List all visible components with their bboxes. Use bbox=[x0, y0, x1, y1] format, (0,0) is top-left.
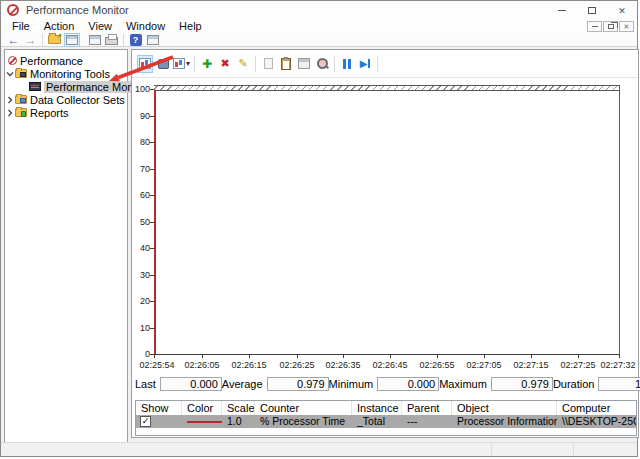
up-arrow-glyph: ↗ bbox=[56, 32, 62, 39]
update-data-button[interactable]: ▶ bbox=[357, 55, 373, 73]
column-object[interactable]: Object bbox=[452, 401, 557, 415]
up-one-level-button[interactable]: ↗ bbox=[47, 33, 62, 47]
current-activity-icon bbox=[139, 58, 151, 69]
export-list-button[interactable] bbox=[87, 33, 102, 47]
printer-icon bbox=[105, 37, 118, 45]
menu-help[interactable]: Help bbox=[172, 20, 209, 33]
menu-file[interactable]: File bbox=[5, 20, 37, 33]
child-restore-icon bbox=[608, 24, 614, 29]
tree-item-reports[interactable]: Reports bbox=[5, 106, 127, 119]
properties-button[interactable] bbox=[296, 55, 312, 73]
tree-item-data-collector-sets[interactable]: Data Collector Sets bbox=[5, 93, 127, 106]
x-tick-label: 02:27:25 bbox=[560, 360, 595, 370]
show-checkbox[interactable]: ✓ bbox=[140, 416, 151, 427]
column-color[interactable]: Color bbox=[182, 401, 222, 415]
delete-counter-button[interactable]: ✖ bbox=[217, 55, 233, 73]
data-collector-sets-icon bbox=[15, 95, 27, 104]
help-button[interactable]: ? bbox=[128, 33, 143, 47]
column-counter[interactable]: Counter bbox=[255, 401, 352, 415]
chevron-right-icon[interactable] bbox=[5, 109, 15, 117]
close-button[interactable]: ✕ bbox=[607, 1, 637, 20]
child-restore-button[interactable] bbox=[603, 21, 618, 32]
title-bar: Performance Monitor ✕ bbox=[1, 1, 637, 20]
back-icon: ← bbox=[8, 34, 20, 46]
folder-up-icon: ↗ bbox=[48, 35, 61, 44]
view-log-data-button[interactable] bbox=[155, 55, 171, 73]
show-console-tree-button[interactable] bbox=[64, 33, 80, 47]
freeze-display-button[interactable] bbox=[339, 55, 355, 73]
column-parent[interactable]: Parent bbox=[402, 401, 452, 415]
column-instance[interactable]: Instance bbox=[352, 401, 402, 415]
y-tick-label: 50 bbox=[132, 217, 150, 227]
color-cell bbox=[182, 415, 222, 428]
x-tick-label: 02:27:05 bbox=[466, 360, 501, 370]
show-action-pane-button[interactable] bbox=[145, 33, 160, 47]
child-minimize-icon bbox=[592, 26, 598, 27]
stat-value: 0.000 bbox=[377, 377, 439, 391]
back-button[interactable]: ← bbox=[6, 33, 21, 47]
y-tick-label: 40 bbox=[132, 243, 150, 253]
show-cell: ✓ bbox=[136, 416, 182, 427]
y-tick-label: 100 bbox=[132, 84, 150, 94]
help-icon: ? bbox=[130, 34, 142, 46]
y-tick-label: 80 bbox=[132, 137, 150, 147]
performance-monitor-app-icon bbox=[7, 4, 19, 16]
chart-top-hatch bbox=[154, 85, 620, 91]
minimize-button[interactable] bbox=[547, 1, 577, 20]
counter-row[interactable]: ✓ 1.0 % Processor Time _Total --- Proces… bbox=[136, 415, 636, 428]
column-computer[interactable]: Computer bbox=[557, 401, 636, 415]
y-tick bbox=[150, 169, 154, 170]
y-tick bbox=[150, 248, 154, 249]
menu-window[interactable]: Window bbox=[119, 20, 172, 33]
maximize-button[interactable] bbox=[577, 1, 607, 20]
menu-view[interactable]: View bbox=[81, 20, 119, 33]
stat-last: Last 0.000 bbox=[135, 377, 222, 391]
paste-counter-list-button[interactable] bbox=[278, 55, 294, 73]
child-close-button[interactable]: ✕ bbox=[619, 21, 634, 32]
tree-item-label: Monitoring Tools bbox=[30, 68, 110, 80]
y-tick-label: 60 bbox=[132, 190, 150, 200]
child-minimize-button[interactable] bbox=[587, 21, 602, 32]
column-scale[interactable]: Scale bbox=[222, 401, 255, 415]
window-title: Performance Monitor bbox=[26, 1, 129, 20]
x-tick bbox=[531, 354, 532, 358]
y-tick bbox=[150, 116, 154, 117]
y-tick bbox=[150, 275, 154, 276]
tree-item-label: Data Collector Sets bbox=[30, 94, 125, 106]
menu-bar: File Action View Window Help ✕ bbox=[1, 20, 637, 33]
chevron-down-icon[interactable] bbox=[5, 70, 15, 78]
performance-root-icon bbox=[8, 56, 17, 65]
stat-value: 0.979 bbox=[267, 377, 329, 391]
x-tick-label: 02:26:35 bbox=[325, 360, 360, 370]
print-button[interactable] bbox=[104, 33, 119, 47]
maximize-icon bbox=[588, 7, 596, 14]
view-current-activity-button[interactable] bbox=[137, 55, 153, 73]
forward-button[interactable]: → bbox=[23, 33, 38, 47]
add-counter-button[interactable]: ✚ bbox=[199, 55, 215, 73]
y-tick bbox=[150, 222, 154, 223]
change-graph-type-button[interactable]: ▾ bbox=[173, 55, 190, 73]
chevron-right-icon[interactable] bbox=[5, 96, 15, 104]
tree-item-monitoring-tools[interactable]: Monitoring Tools bbox=[5, 67, 127, 80]
tree-item-performance-monitor[interactable]: Performance Monitor bbox=[5, 80, 127, 93]
copy-properties-button[interactable] bbox=[260, 55, 276, 73]
delete-icon: ✖ bbox=[220, 58, 229, 69]
y-tick-label: 90 bbox=[132, 111, 150, 121]
add-icon: ✚ bbox=[202, 58, 212, 70]
properties-icon bbox=[298, 58, 310, 69]
zoom-button[interactable] bbox=[314, 55, 330, 73]
highlight-button[interactable]: ✎ bbox=[235, 55, 251, 73]
x-axis-line bbox=[150, 354, 620, 355]
y-tick-label: 0 bbox=[132, 349, 150, 359]
tree-item-label: Reports bbox=[30, 107, 69, 119]
column-show[interactable]: Show bbox=[136, 401, 182, 415]
parent-cell: --- bbox=[402, 415, 452, 428]
minimize-icon bbox=[558, 10, 566, 11]
x-tick-label: 02:25:54 bbox=[139, 360, 174, 370]
log-data-icon bbox=[158, 59, 169, 69]
child-close-icon: ✕ bbox=[624, 23, 630, 30]
status-bar bbox=[1, 442, 637, 456]
tree-item-label: Performance bbox=[20, 55, 83, 67]
tree-item-performance[interactable]: Performance bbox=[5, 54, 127, 67]
collector-overlay-icon bbox=[20, 98, 26, 103]
